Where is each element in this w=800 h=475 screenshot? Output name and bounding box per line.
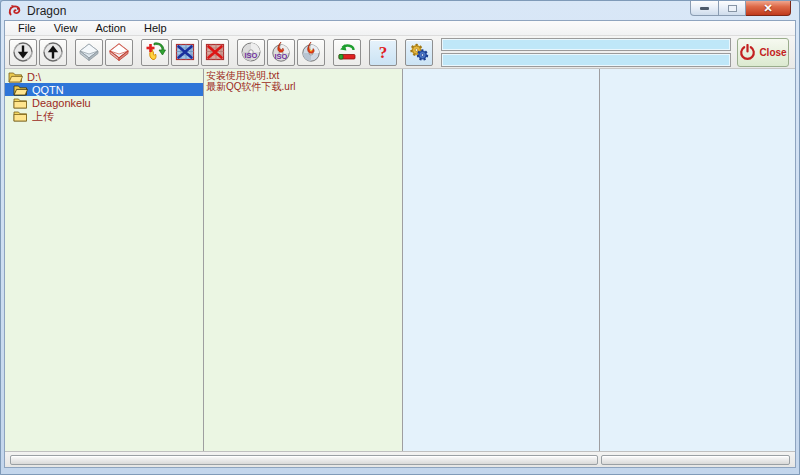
local-folder-tree-pane[interactable]: D:\ QQTN bbox=[5, 69, 204, 451]
eraser-red-icon bbox=[108, 41, 130, 63]
eraser-gray-icon bbox=[78, 41, 100, 63]
burn-disc-button[interactable] bbox=[297, 39, 325, 66]
disc-file-list-pane[interactable] bbox=[600, 69, 795, 451]
create-iso-button[interactable]: ISO bbox=[237, 39, 265, 66]
tree-item-label: D:\ bbox=[27, 71, 41, 83]
maximize-button[interactable] bbox=[719, 1, 746, 16]
maximize-icon bbox=[728, 5, 737, 12]
write-files-button[interactable] bbox=[141, 39, 169, 66]
disc-folder-tree-pane[interactable] bbox=[403, 69, 600, 451]
gears-icon bbox=[408, 41, 430, 63]
delete-all-files-button[interactable] bbox=[201, 39, 229, 66]
closed-folder-icon bbox=[13, 97, 28, 109]
tree-item-label: Deagonkelu bbox=[32, 97, 91, 109]
help-icon: ? bbox=[379, 44, 388, 61]
upload-to-disc-button[interactable] bbox=[39, 39, 67, 66]
folder-tree: D:\ QQTN bbox=[5, 69, 203, 122]
eject-disc-button[interactable] bbox=[333, 39, 361, 66]
title-bar: Dragon ✕ bbox=[1, 1, 799, 20]
download-arrow-icon bbox=[12, 41, 34, 63]
progress-bar-top bbox=[441, 38, 731, 52]
status-bar bbox=[5, 452, 795, 467]
window-title: Dragon bbox=[27, 4, 66, 18]
minimize-button[interactable] bbox=[690, 1, 719, 16]
tree-item-label: 上传 bbox=[32, 110, 54, 122]
erase-disc-full-button[interactable] bbox=[105, 39, 133, 66]
delete-all-red-icon bbox=[204, 41, 226, 63]
burn-iso-button[interactable]: ISO bbox=[267, 39, 295, 66]
iso-disc-icon: ISO bbox=[240, 41, 262, 63]
file-item[interactable]: 安装使用说明.txt bbox=[206, 70, 402, 81]
menu-bar: File View Action Help bbox=[5, 21, 795, 36]
local-file-list-pane[interactable]: 安装使用说明.txt 最新QQ软件下载.url bbox=[204, 69, 403, 451]
close-x-icon: ✕ bbox=[763, 2, 772, 15]
closed-folder-icon bbox=[13, 110, 28, 122]
tree-item-deagonkelu[interactable]: Deagonkelu bbox=[5, 96, 203, 109]
delete-file-blue-icon bbox=[174, 41, 196, 63]
status-progress-right bbox=[601, 455, 790, 465]
window-controls: ✕ bbox=[690, 1, 791, 16]
status-progress-left bbox=[10, 455, 598, 465]
close-app-button[interactable]: Close bbox=[737, 38, 789, 67]
power-icon bbox=[739, 44, 756, 61]
iso-label: ISO bbox=[275, 52, 288, 61]
upload-arrow-icon bbox=[42, 41, 64, 63]
open-folder-icon bbox=[8, 71, 23, 83]
iso-label: ISO bbox=[245, 51, 258, 60]
tree-item-drive-d[interactable]: D:\ bbox=[5, 70, 203, 83]
write-flame-arrows-icon bbox=[144, 41, 166, 63]
menu-file[interactable]: File bbox=[9, 22, 45, 34]
minimize-icon bbox=[700, 7, 709, 10]
help-button[interactable]: ? bbox=[369, 39, 397, 66]
file-list: 安装使用说明.txt 最新QQ软件下载.url bbox=[204, 69, 402, 92]
eject-arrow-icon bbox=[336, 41, 358, 63]
delete-files-button[interactable] bbox=[171, 39, 199, 66]
progress-bar-bottom bbox=[441, 53, 731, 67]
tree-item-qqtn-selected[interactable]: QQTN bbox=[5, 83, 203, 96]
download-from-disc-button[interactable] bbox=[9, 39, 37, 66]
progress-area bbox=[441, 38, 731, 67]
tree-item-label: QQTN bbox=[32, 84, 64, 96]
menu-help[interactable]: Help bbox=[135, 22, 176, 34]
close-button-label: Close bbox=[759, 47, 786, 58]
burn-disc-icon bbox=[300, 41, 322, 63]
file-item[interactable]: 最新QQ软件下载.url bbox=[206, 81, 402, 92]
open-folder-icon bbox=[13, 84, 28, 96]
menu-view[interactable]: View bbox=[45, 22, 87, 34]
tree-item-shangchuan[interactable]: 上传 bbox=[5, 109, 203, 122]
toolbar: ISO ISO bbox=[5, 36, 795, 69]
main-panes: D:\ QQTN bbox=[5, 69, 795, 452]
app-window: Dragon ✕ File View Action Help bbox=[0, 0, 800, 475]
erase-disc-quick-button[interactable] bbox=[75, 39, 103, 66]
dragon-app-icon bbox=[8, 4, 22, 18]
settings-button[interactable] bbox=[405, 39, 433, 66]
app-body: File View Action Help bbox=[4, 20, 796, 468]
menu-action[interactable]: Action bbox=[86, 22, 135, 34]
close-window-button[interactable]: ✕ bbox=[746, 1, 791, 16]
burn-iso-icon: ISO bbox=[270, 41, 292, 63]
